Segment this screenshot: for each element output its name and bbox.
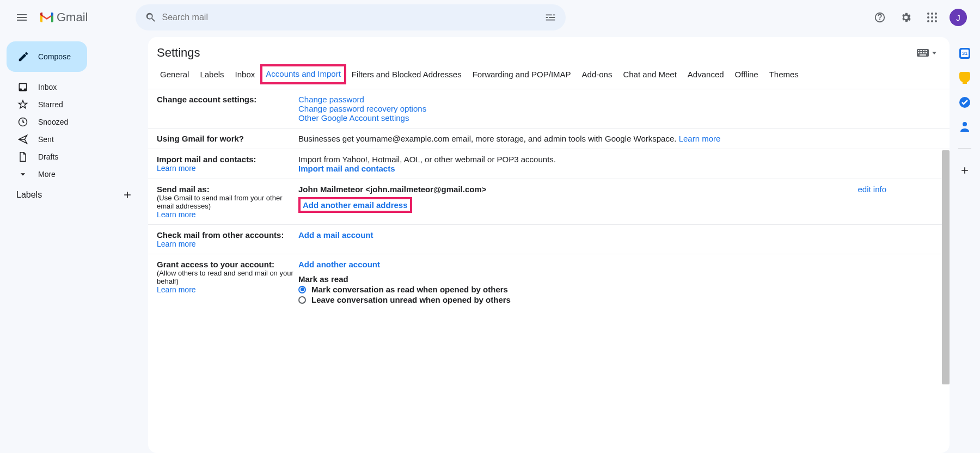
- chevron-down-icon: [17, 169, 28, 180]
- add-another-account-link[interactable]: Add another account: [298, 260, 941, 269]
- contacts-app-button[interactable]: [959, 121, 970, 132]
- star-icon: [17, 99, 28, 110]
- gmail-icon: [39, 11, 54, 23]
- svg-point-1: [931, 13, 933, 15]
- tab-advanced[interactable]: Advanced: [682, 64, 730, 84]
- svg-rect-15: [924, 50, 926, 51]
- radio-mark-read[interactable]: [298, 286, 306, 293]
- check-mail-learn-more-link[interactable]: Learn more: [157, 240, 298, 248]
- import-mail-contacts-link[interactable]: Import mail and contacts: [298, 164, 941, 173]
- sidebar-item-drafts[interactable]: Drafts: [4, 148, 139, 166]
- svg-rect-20: [923, 52, 924, 53]
- radio-mark-read-label: Mark conversation as read when opened by…: [311, 285, 508, 294]
- settings-button[interactable]: [895, 7, 917, 28]
- app-name: Gmail: [57, 10, 88, 25]
- svg-rect-12: [920, 50, 921, 51]
- keyboard-icon: [917, 49, 929, 57]
- sidebar-item-more[interactable]: More: [4, 166, 139, 183]
- sidebar-item-label: Sent: [38, 135, 54, 144]
- svg-rect-17: [918, 52, 919, 53]
- tab-accounts-and-import[interactable]: Accounts and Import: [260, 64, 346, 84]
- sidebar-item-snoozed[interactable]: Snoozed: [4, 113, 139, 131]
- gmail-logo[interactable]: Gmail: [35, 10, 92, 25]
- tab-addons[interactable]: Add-ons: [577, 64, 618, 84]
- radio-leave-unread[interactable]: [298, 296, 306, 304]
- import-learn-more-link[interactable]: Learn more: [157, 164, 298, 173]
- svg-rect-23: [920, 54, 926, 56]
- tasks-app-button[interactable]: [959, 97, 970, 108]
- svg-point-25: [963, 122, 967, 126]
- sidebar-item-label: Snoozed: [38, 118, 68, 126]
- add-another-email-link[interactable]: Add another email address: [298, 197, 412, 213]
- settings-tabs: General Labels Inbox Accounts and Import…: [148, 64, 950, 89]
- work-learn-more-link[interactable]: Learn more: [679, 134, 721, 143]
- svg-point-8: [935, 20, 937, 22]
- compose-label: Compose: [38, 52, 71, 61]
- scrollbar[interactable]: [942, 150, 950, 384]
- sidebar-item-sent[interactable]: Sent: [4, 131, 139, 148]
- sidebar-item-inbox[interactable]: Inbox: [4, 78, 139, 96]
- support-button[interactable]: [869, 7, 891, 28]
- clock-icon: [17, 117, 28, 127]
- add-label-button[interactable]: [122, 189, 133, 200]
- hamburger-icon: [15, 11, 28, 24]
- keep-app-button[interactable]: [959, 72, 970, 84]
- svg-point-4: [931, 16, 933, 19]
- svg-point-7: [931, 20, 933, 22]
- send-as-identity: John Mailmeteor <john.mailmeteor@gmail.c…: [298, 185, 487, 194]
- labels-header: Labels: [16, 190, 42, 200]
- svg-point-0: [927, 13, 929, 15]
- inbox-icon: [17, 82, 28, 93]
- grant-learn-more-link[interactable]: Learn more: [157, 285, 298, 294]
- svg-rect-18: [920, 52, 921, 53]
- section-label: Grant access to your account:: [157, 260, 298, 269]
- section-label: Send mail as:: [157, 185, 298, 194]
- tab-chat-meet[interactable]: Chat and Meet: [617, 64, 682, 84]
- main-menu-button[interactable]: [9, 4, 35, 30]
- svg-rect-16: [926, 50, 927, 51]
- tab-filters[interactable]: Filters and Blocked Addresses: [346, 64, 467, 84]
- search-options-icon[interactable]: [540, 11, 561, 23]
- main-panel: Settings General Labels Inbox Accounts a…: [148, 37, 950, 453]
- search-input[interactable]: [162, 13, 540, 22]
- radio-leave-unread-label: Leave conversation unread when opened by…: [311, 295, 511, 304]
- calendar-app-button[interactable]: 31: [959, 48, 970, 59]
- mark-as-read-label: Mark as read: [298, 274, 941, 284]
- other-account-settings-link[interactable]: Other Google Account settings: [298, 113, 941, 123]
- gear-icon: [900, 11, 912, 23]
- account-avatar[interactable]: J: [950, 9, 967, 26]
- rail-divider: [958, 148, 971, 149]
- edit-info-link[interactable]: edit info: [857, 185, 886, 194]
- search-bar[interactable]: [136, 4, 566, 30]
- svg-rect-21: [924, 52, 926, 53]
- add-mail-account-link[interactable]: Add a mail account: [298, 230, 941, 240]
- sidebar-item-label: Drafts: [38, 152, 58, 161]
- sidebar-item-label: Inbox: [38, 83, 57, 91]
- import-desc: Import from Yahoo!, Hotmail, AOL, or oth…: [298, 155, 941, 164]
- svg-point-2: [935, 13, 937, 15]
- get-addons-button[interactable]: [959, 165, 970, 176]
- sidebar-item-label: Starred: [38, 100, 63, 109]
- contacts-icon: [959, 121, 970, 132]
- tab-offline[interactable]: Offline: [730, 64, 764, 84]
- input-tools-button[interactable]: [917, 49, 936, 57]
- compose-button[interactable]: Compose: [7, 41, 87, 72]
- tab-inbox[interactable]: Inbox: [230, 64, 261, 84]
- svg-point-6: [927, 20, 929, 22]
- send-as-desc: (Use Gmail to send mail from your other …: [157, 194, 298, 210]
- tasks-icon: [959, 97, 970, 108]
- sidebar-item-starred[interactable]: Starred: [4, 96, 139, 113]
- search-icon[interactable]: [140, 11, 162, 23]
- tab-forwarding[interactable]: Forwarding and POP/IMAP: [467, 64, 577, 84]
- google-apps-button[interactable]: [921, 7, 943, 28]
- help-icon: [874, 11, 886, 23]
- send-as-learn-more-link[interactable]: Learn more: [157, 210, 298, 219]
- tab-general[interactable]: General: [155, 64, 194, 84]
- tab-labels[interactable]: Labels: [194, 64, 229, 84]
- change-password-link[interactable]: Change password: [298, 95, 941, 104]
- pencil-icon: [17, 51, 29, 63]
- keep-icon: [959, 72, 970, 84]
- tab-themes[interactable]: Themes: [764, 64, 804, 84]
- dropdown-caret-icon: [932, 52, 936, 54]
- change-recovery-link[interactable]: Change password recovery options: [298, 104, 941, 113]
